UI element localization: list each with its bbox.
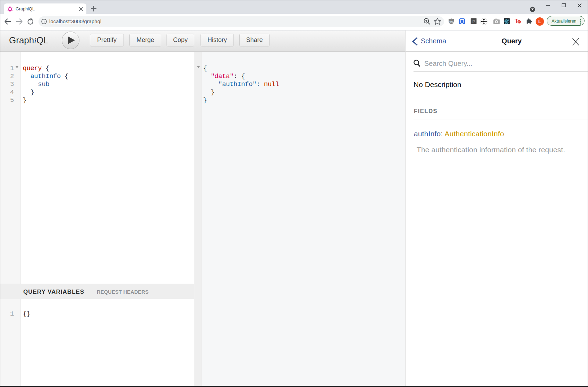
svg-text:P: P — [472, 19, 475, 24]
svg-text:uO: uO — [450, 20, 453, 23]
